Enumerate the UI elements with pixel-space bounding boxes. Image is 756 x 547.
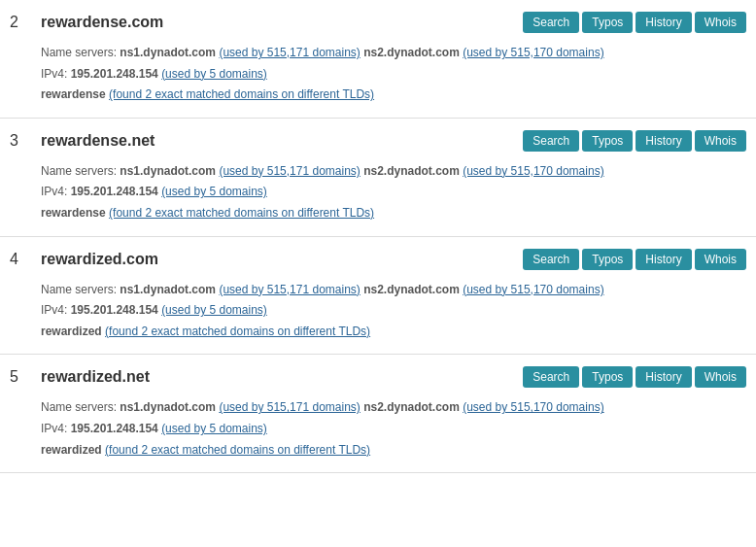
ns1-name: ns1.dynadot.com: [120, 46, 216, 59]
search-button[interactable]: Search: [523, 12, 579, 33]
domain-header: 2rewardense.comSearchTyposHistoryWhois: [10, 12, 746, 33]
domain-number: 3: [10, 132, 29, 150]
ns1-name: ns1.dynadot.com: [120, 283, 216, 296]
ipv4-link[interactable]: (used by 5 domains): [161, 303, 267, 317]
ipv4-label: IPv4:: [41, 67, 71, 81]
keyword: rewardense: [41, 87, 106, 101]
domain-name: rewardense.com: [41, 14, 163, 31]
domain-number: 5: [10, 368, 29, 386]
ns1-link[interactable]: (used by 515,171 domains): [219, 400, 360, 414]
ns2-name: ns2.dynadot.com: [363, 164, 460, 178]
domain-row: 5rewardized.netSearchTyposHistoryWhoisNa…: [0, 355, 756, 473]
keyword-link[interactable]: (found 2 exact matched domains on differ…: [109, 206, 374, 220]
nameservers-label: Name servers:: [41, 46, 120, 59]
typos-button[interactable]: Typos: [582, 130, 633, 152]
keyword: rewardized: [41, 443, 102, 457]
history-button[interactable]: History: [636, 130, 691, 152]
domain-number: 2: [10, 14, 29, 31]
ns2-name: ns2.dynadot.com: [363, 400, 460, 414]
ipv4-label: IPv4:: [41, 185, 71, 198]
domain-list: 2rewardense.comSearchTyposHistoryWhoisNa…: [0, 0, 756, 473]
ipv4-line: IPv4: 195.201.248.154 (used by 5 domains…: [41, 300, 746, 322]
ns1-link[interactable]: (used by 515,171 domains): [219, 283, 360, 296]
domain-name: rewardized.com: [41, 251, 158, 268]
action-buttons: SearchTyposHistoryWhois: [523, 130, 746, 152]
ipv4-line: IPv4: 195.201.248.154 (used by 5 domains…: [41, 64, 746, 85]
domain-row: 2rewardense.comSearchTyposHistoryWhoisNa…: [0, 0, 756, 119]
typos-button[interactable]: Typos: [582, 12, 633, 33]
ns1-link[interactable]: (used by 515,171 domains): [219, 164, 360, 178]
action-buttons: SearchTyposHistoryWhois: [523, 366, 746, 388]
nameservers-line: Name servers: ns1.dynadot.com (used by 5…: [41, 280, 746, 301]
search-button[interactable]: Search: [523, 249, 579, 270]
domain-header: 4rewardized.comSearchTyposHistoryWhois: [10, 249, 746, 270]
keyword-link[interactable]: (found 2 exact matched domains on differ…: [105, 443, 370, 457]
keyword-line: rewardense (found 2 exact matched domain…: [41, 85, 746, 106]
history-button[interactable]: History: [636, 249, 691, 270]
nameservers-label: Name servers:: [41, 164, 120, 178]
keyword-link[interactable]: (found 2 exact matched domains on differ…: [105, 325, 370, 338]
typos-button[interactable]: Typos: [582, 366, 633, 388]
domain-header: 3rewardense.netSearchTyposHistoryWhois: [10, 130, 746, 152]
domain-row: 4rewardized.comSearchTyposHistoryWhoisNa…: [0, 237, 756, 356]
ns1-name: ns1.dynadot.com: [120, 164, 216, 178]
ipv4-address: 195.201.248.154: [71, 185, 158, 198]
ipv4-label: IPv4:: [41, 303, 71, 317]
keyword-line: rewardized (found 2 exact matched domain…: [41, 440, 746, 462]
ipv4-link[interactable]: (used by 5 domains): [161, 185, 267, 198]
action-buttons: SearchTyposHistoryWhois: [523, 249, 746, 270]
keyword: rewardense: [41, 206, 106, 220]
typos-button[interactable]: Typos: [582, 249, 633, 270]
ipv4-address: 195.201.248.154: [71, 67, 158, 81]
keyword-line: rewardized (found 2 exact matched domain…: [41, 322, 746, 343]
domain-details: Name servers: ns1.dynadot.com (used by 5…: [10, 161, 746, 224]
domain-name: rewardense.net: [41, 132, 155, 150]
nameservers-label: Name servers:: [41, 283, 120, 296]
ns1-link[interactable]: (used by 515,171 domains): [219, 46, 360, 59]
whois-button[interactable]: Whois: [695, 366, 746, 388]
nameservers-label: Name servers:: [41, 400, 120, 414]
search-button[interactable]: Search: [523, 366, 579, 388]
search-button[interactable]: Search: [523, 130, 579, 152]
history-button[interactable]: History: [636, 12, 691, 33]
ipv4-line: IPv4: 195.201.248.154 (used by 5 domains…: [41, 182, 746, 203]
domain-name: rewardized.net: [41, 368, 150, 386]
ipv4-address: 195.201.248.154: [71, 303, 158, 317]
action-buttons: SearchTyposHistoryWhois: [523, 12, 746, 33]
domain-details: Name servers: ns1.dynadot.com (used by 5…: [10, 280, 746, 343]
ipv4-address: 195.201.248.154: [71, 422, 158, 435]
ipv4-link[interactable]: (used by 5 domains): [161, 67, 267, 81]
ipv4-link[interactable]: (used by 5 domains): [161, 422, 267, 435]
domain-number: 4: [10, 251, 29, 268]
ns2-link[interactable]: (used by 515,170 domains): [463, 400, 603, 414]
domain-header: 5rewardized.netSearchTyposHistoryWhois: [10, 366, 746, 388]
domain-details: Name servers: ns1.dynadot.com (used by 5…: [10, 43, 746, 106]
domain-details: Name servers: ns1.dynadot.com (used by 5…: [10, 397, 746, 461]
ns2-name: ns2.dynadot.com: [363, 283, 460, 296]
keyword-link[interactable]: (found 2 exact matched domains on differ…: [109, 87, 374, 101]
ipv4-line: IPv4: 195.201.248.154 (used by 5 domains…: [41, 419, 746, 440]
nameservers-line: Name servers: ns1.dynadot.com (used by 5…: [41, 43, 746, 64]
whois-button[interactable]: Whois: [695, 12, 746, 33]
ipv4-label: IPv4:: [41, 422, 71, 435]
whois-button[interactable]: Whois: [695, 249, 746, 270]
ns1-name: ns1.dynadot.com: [120, 400, 216, 414]
keyword: rewardized: [41, 325, 102, 338]
history-button[interactable]: History: [636, 366, 691, 388]
domain-row: 3rewardense.netSearchTyposHistoryWhoisNa…: [0, 119, 756, 237]
whois-button[interactable]: Whois: [695, 130, 746, 152]
keyword-line: rewardense (found 2 exact matched domain…: [41, 203, 746, 224]
ns2-link[interactable]: (used by 515,170 domains): [463, 283, 603, 296]
ns2-link[interactable]: (used by 515,170 domains): [463, 164, 603, 178]
ns2-name: ns2.dynadot.com: [363, 46, 460, 59]
nameservers-line: Name servers: ns1.dynadot.com (used by 5…: [41, 161, 746, 183]
nameservers-line: Name servers: ns1.dynadot.com (used by 5…: [41, 397, 746, 419]
ns2-link[interactable]: (used by 515,170 domains): [463, 46, 603, 59]
